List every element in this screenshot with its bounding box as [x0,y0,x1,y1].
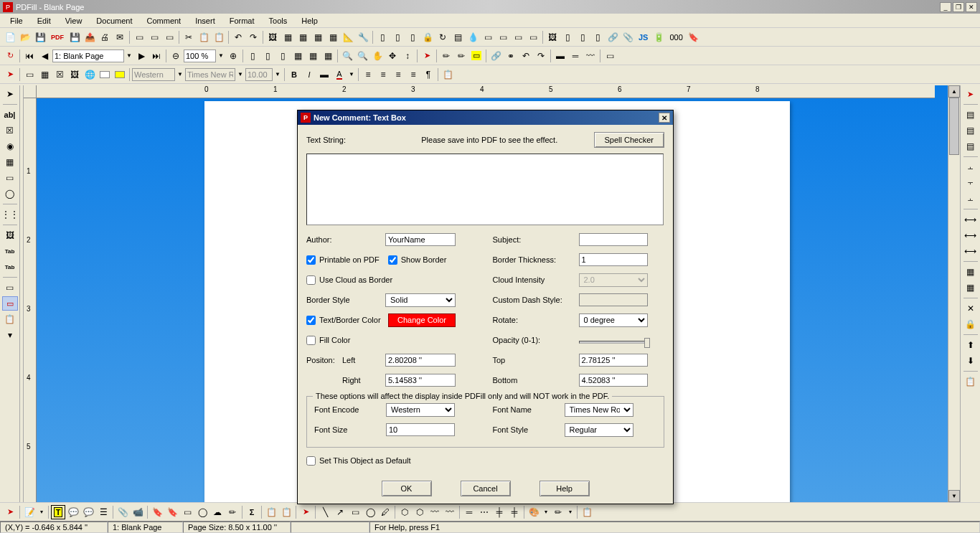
b-list-icon[interactable]: ☰ [96,505,110,519]
first-page-icon[interactable]: ⏮ [22,49,37,63]
r-grid2-icon[interactable]: ▦ [963,280,979,295]
align-right-icon[interactable]: ≡ [391,67,405,82]
page2-icon[interactable]: ▭ [496,30,510,44]
paste-tool-icon[interactable]: 📋 [2,312,18,326]
email-icon[interactable]: ✉ [113,30,127,44]
last-page-icon[interactable]: ⏭ [149,49,164,63]
table-tool-icon[interactable]: ⋮⋮ [2,207,18,222]
zoom-out-icon[interactable]: ⊖ [169,49,183,63]
right-input[interactable] [385,374,456,387]
r-h1-icon[interactable]: ⟷ [963,212,979,227]
select-arrow-icon[interactable]: ➤ [420,49,434,63]
page-icon[interactable]: ▭ [481,30,495,44]
rotate-select[interactable]: 0 degree [579,313,648,327]
b-pen-icon[interactable]: 🖊 [378,505,392,519]
line-icon[interactable]: ═ [568,49,583,63]
author-input[interactable] [385,233,456,246]
counter-000[interactable]: 000 [666,30,685,44]
show-border-checkbox[interactable] [388,255,397,265]
b-line-color-drop[interactable]: ▾ [566,509,575,515]
font-encode-drop-icon[interactable]: ▼ [176,71,184,77]
border-style-select[interactable]: Solid [385,293,456,307]
image-tool-icon[interactable]: 🖼 [2,228,18,242]
highlight-bg-icon[interactable]: ▬ [317,67,331,82]
page4-icon[interactable]: ▭ [526,30,540,44]
zoom-input[interactable] [184,49,216,62]
help-button[interactable]: Help [540,481,590,496]
image3-icon[interactable]: 🖼 [67,67,82,82]
view3-icon[interactable]: ▯ [275,49,290,63]
new-icon[interactable]: 📄 [3,30,17,44]
r-lock-icon[interactable]: 🔒 [963,317,979,331]
zoom-in-icon[interactable]: ⊕ [226,49,240,63]
link-icon[interactable]: 🔗 [606,30,620,44]
fill-icon[interactable]: ▬ [553,49,567,63]
font-name-drop-icon[interactable]: ▼ [236,71,245,77]
form2-icon[interactable]: ▦ [296,30,310,44]
paragraph-icon[interactable]: ¶ [421,67,435,82]
menu-help[interactable]: Help [294,15,325,27]
b-arrow3-icon[interactable]: ↗ [333,505,347,519]
b-rect-icon[interactable]: ▭ [180,505,194,519]
b-line3-icon[interactable]: ╪ [492,505,507,519]
set-default-checkbox[interactable] [306,456,316,466]
r-h2-icon[interactable]: ⟷ [963,228,979,242]
font-size-input[interactable] [386,423,455,436]
b-fill-drop[interactable]: ▾ [542,509,550,515]
spell-checker-button[interactable]: Spell Checker [594,132,664,148]
scroll-up-icon[interactable]: ▲ [948,85,960,98]
rect-yellow-icon[interactable] [113,67,127,82]
font-color-icon[interactable]: A [332,67,347,82]
grid-tool-icon[interactable]: ▦ [2,155,18,169]
paste2-icon[interactable]: 📋 [440,67,455,82]
scroll-thumb[interactable] [949,98,959,155]
change-color-button[interactable]: Change Color [388,313,456,327]
save2-icon[interactable]: 💾 [67,30,82,44]
image-icon[interactable]: 🖼 [265,30,280,44]
undo-icon[interactable]: ↶ [231,30,245,44]
encrypt-icon[interactable]: 🔒 [420,30,435,44]
check-x-icon[interactable]: ☒ [52,67,67,82]
chain-icon[interactable]: ⚭ [504,49,518,63]
highlight-icon[interactable]: ▭ [469,49,484,63]
tab-tool-1[interactable]: Tab [2,244,18,258]
r-dist3-icon[interactable]: ⫠ [963,192,979,206]
dialog-close-button[interactable]: ✕ [659,113,670,123]
tab-tool-2[interactable]: Tab [2,260,18,274]
b-arrow-icon[interactable]: ➤ [3,505,17,519]
menu-tools[interactable]: Tools [262,15,295,27]
opacity-slider-thumb[interactable] [644,338,650,348]
r-paste-icon[interactable]: 📋 [963,374,979,389]
text-string-textarea[interactable] [306,154,664,225]
page3-icon[interactable]: ▭ [511,30,525,44]
view4-icon[interactable]: ▦ [291,49,305,63]
page-input[interactable] [52,49,124,62]
r-dist1-icon[interactable]: ⫠ [963,160,979,174]
r-up-icon[interactable]: ⬆ [963,338,979,352]
rect-tool-icon[interactable]: ▭ [2,171,18,185]
text-border-color-checkbox[interactable] [306,316,316,325]
header-icon[interactable]: ▤ [451,30,465,44]
r-h3-icon[interactable]: ⟷ [963,244,979,258]
b-paste2-icon[interactable]: 📋 [279,505,293,519]
bookmark-icon[interactable]: 🔖 [687,30,701,44]
undo2-icon[interactable]: ↶ [519,49,533,63]
attach-icon[interactable]: 📎 [621,30,635,44]
b-comment-icon[interactable]: 💬 [81,505,95,519]
reorder-icon[interactable]: ▯ [405,30,420,44]
b-video-icon[interactable]: 📹 [131,505,145,519]
page6-icon[interactable]: ▯ [575,30,590,44]
form5-icon[interactable]: 📐 [341,30,355,44]
arrow-icon[interactable]: ➤ [3,67,17,82]
js-button[interactable]: JS [636,30,651,44]
view6-icon[interactable]: ▦ [321,49,335,63]
maximize-button[interactable]: ❐ [953,2,964,12]
move-icon[interactable]: ✥ [385,49,400,63]
paste-icon[interactable]: 📋 [212,30,226,44]
form1-icon[interactable]: ▦ [281,30,295,44]
globe-icon[interactable]: 🌐 [83,67,97,82]
b-rect2-icon[interactable]: ▭ [348,505,362,519]
r-arrow-icon[interactable]: ➤ [963,87,979,101]
updown-icon[interactable]: ↕ [400,49,415,63]
b-curve-icon[interactable]: 〰 [428,505,442,519]
